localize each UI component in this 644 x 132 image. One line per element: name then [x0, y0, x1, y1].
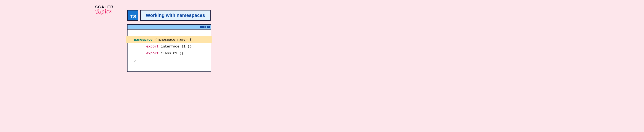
window-titlebar: − □ × — [128, 25, 211, 30]
code-window: − □ × namespace <namespace_name> { expor… — [127, 24, 211, 72]
title-box: Working with namespaces — [140, 10, 210, 21]
typescript-badge-icon: TS — [127, 10, 138, 21]
minimize-icon[interactable]: − — [200, 26, 203, 28]
maximize-icon[interactable]: □ — [203, 26, 206, 28]
class-decl: class C1 {} — [159, 52, 183, 55]
code-line-4: } — [128, 57, 211, 64]
code-line-3: export class C1 {} — [128, 50, 211, 57]
keyword-export: export — [146, 45, 159, 49]
logo-line2: Topics — [95, 7, 112, 15]
code-line-2: export interface I1 {} — [128, 43, 211, 50]
header-row: TS Working with namespaces — [127, 10, 210, 21]
code-body: namespace <namespace_name> { export inte… — [128, 30, 211, 71]
page-title: Working with namespaces — [146, 13, 205, 18]
close-icon[interactable]: × — [207, 26, 210, 28]
keyword-export: export — [146, 52, 159, 55]
code-line-1: namespace <namespace_name> { — [126, 36, 212, 43]
keyword-namespace: namespace — [134, 38, 152, 42]
namespace-placeholder: <namespace_name> { — [152, 38, 192, 42]
brand-logo: SCALER Topics — [95, 5, 114, 15]
interface-decl: interface I1 {} — [159, 45, 192, 49]
badge-text: TS — [130, 14, 136, 19]
